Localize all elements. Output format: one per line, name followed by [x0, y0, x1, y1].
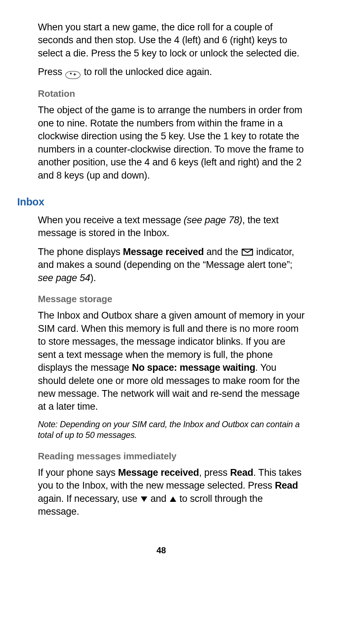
- text-fragment: and the: [204, 246, 241, 257]
- ui-label: Read: [275, 480, 298, 491]
- reading-paragraph: If your phone says Message received, pre…: [38, 466, 305, 518]
- rotation-paragraph: The object of the game is to arrange the…: [38, 104, 305, 182]
- text-fragment: , press: [199, 467, 230, 478]
- ui-label: Message received: [118, 467, 199, 478]
- ui-label: Read: [230, 467, 253, 478]
- text-fragment: again. If necessary, use: [38, 493, 140, 504]
- ui-label: No space: message waiting: [132, 362, 255, 373]
- page-number: 48: [17, 545, 305, 555]
- up-arrow-icon: [170, 496, 176, 502]
- text-fragment: If your phone says: [38, 467, 118, 478]
- press-suffix: to roll the unlocked dice again.: [81, 66, 212, 77]
- dice-paragraph: When you start a new game, the dice roll…: [38, 21, 305, 60]
- page-reference: (see page 78): [184, 215, 242, 225]
- text-fragment: The phone displays: [38, 246, 123, 257]
- down-arrow-icon: [141, 496, 147, 502]
- roll-again-paragraph: Press * + to roll the unlocked dice agai…: [38, 65, 305, 79]
- text-fragment: and: [148, 493, 169, 504]
- ui-label: Message received: [123, 246, 204, 257]
- message-storage-heading: Message storage: [38, 293, 305, 305]
- inbox-heading: Inbox: [17, 196, 305, 208]
- text-fragment: When you receive a text message: [38, 215, 184, 225]
- inbox-paragraph-1: When you receive a text message (see pag…: [38, 214, 305, 240]
- page-reference: see page 54: [38, 273, 90, 283]
- text-fragment: ).: [90, 273, 96, 283]
- press-prefix: Press: [38, 66, 65, 77]
- storage-note: Note: Depending on your SIM card, the In…: [38, 419, 305, 441]
- storage-paragraph: The Inbox and Outbox share a given amoun…: [38, 309, 305, 413]
- inbox-paragraph-2: The phone displays Message received and …: [38, 245, 305, 284]
- envelope-icon: [242, 249, 253, 256]
- star-plus-key-icon: * +: [65, 71, 80, 79]
- rotation-heading: Rotation: [38, 88, 305, 100]
- reading-heading: Reading messages immediately: [38, 450, 305, 463]
